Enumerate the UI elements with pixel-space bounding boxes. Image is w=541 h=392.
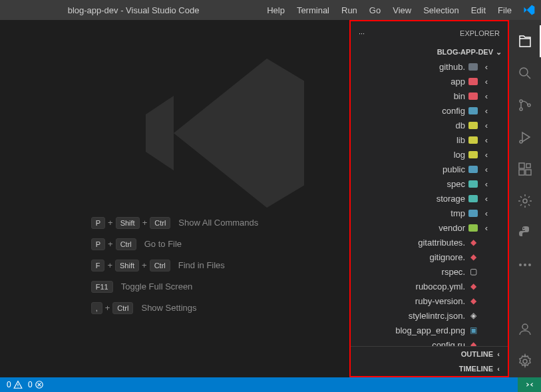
menu-go[interactable]: Go <box>364 3 386 18</box>
image-icon: ▣ <box>468 325 478 335</box>
tree-item-lib[interactable]: ›lib <box>351 132 502 147</box>
ruby-icon: ◆ <box>468 295 478 306</box>
debug-icon[interactable] <box>509 121 541 153</box>
tree-item-config[interactable]: ›config <box>351 103 502 118</box>
tree-item-vendor[interactable]: ›vendor <box>351 220 502 235</box>
tree-label: lib <box>456 135 465 145</box>
folder-icon <box>468 120 478 130</box>
tree-item-rspec[interactable]: ▢.rspec <box>351 264 502 279</box>
menu-edit[interactable]: Edit <box>466 3 491 18</box>
shortcut-settings: Show Settings Ctrl+, <box>91 302 197 314</box>
status-errors[interactable]: 0 <box>28 380 44 390</box>
svg-point-0 <box>520 68 528 76</box>
tree-item-storage[interactable]: ›storage <box>351 191 502 206</box>
folder-icon <box>468 61 478 72</box>
tree-item-bin[interactable]: ›bin <box>351 89 502 103</box>
tree-item-db[interactable]: ›db <box>351 118 502 132</box>
menu-help[interactable]: Help <box>262 3 290 18</box>
tree-label: config.ru <box>432 340 465 347</box>
tree-item-blog_app_erdpng[interactable]: ▣blog_app_erd.png <box>351 323 502 337</box>
shortcut-findfiles: Find in Files Ctrl+Shift+F <box>91 260 225 272</box>
git-icon: ◆ <box>468 237 478 248</box>
keyboard-key: P <box>91 238 105 250</box>
tree-item-configru[interactable]: ◆config.ru <box>351 337 502 346</box>
tree-item-public[interactable]: ›public <box>351 162 502 176</box>
folder-root[interactable]: ⌄ BLOG-APP-DEV <box>351 45 508 59</box>
svg-point-12 <box>528 264 531 266</box>
more-icon[interactable] <box>509 249 541 281</box>
folder-name: BLOG-APP-DEV <box>437 48 493 56</box>
vscode-watermark-icon <box>136 40 323 226</box>
keyboard-key: Ctrl <box>116 238 136 250</box>
activitybar <box>509 20 541 377</box>
tree-item-rubocopyml[interactable]: ◆.rubocop.yml <box>351 279 502 294</box>
menu-view[interactable]: View <box>387 3 417 18</box>
tree-item-github[interactable]: ›.github <box>351 59 502 74</box>
tree-label: app <box>451 77 465 87</box>
status-warnings[interactable]: 0 <box>7 380 23 390</box>
outline-section[interactable]: ›OUTLINE <box>351 347 508 361</box>
svg-point-4 <box>520 140 522 143</box>
explorer-icon[interactable] <box>509 25 541 57</box>
tree-item-tmp[interactable]: ›tmp <box>351 206 502 220</box>
svg-point-14 <box>523 359 527 363</box>
folder-icon <box>468 208 478 218</box>
chevron-down-icon: ⌄ <box>493 48 504 57</box>
svg-point-1 <box>520 100 522 102</box>
svg-point-11 <box>524 264 526 266</box>
tree-item-app[interactable]: ›app <box>351 74 502 89</box>
menubar: File Edit Selection View Go Run Terminal… <box>262 3 517 18</box>
menu-run[interactable]: Run <box>336 3 363 18</box>
keyboard-key: F11 <box>91 281 113 293</box>
keyboard-key: Shift <box>115 260 139 272</box>
tree-item-spec[interactable]: ›spec <box>351 176 502 191</box>
menu-terminal[interactable]: Terminal <box>291 3 335 18</box>
tree-item-log[interactable]: ›log <box>351 147 502 162</box>
ruby-icon: ◆ <box>468 281 478 292</box>
chevron-right-icon: › <box>481 223 492 233</box>
shortcut-fullscreen: Toggle Full Screen F11 <box>91 281 193 293</box>
chevron-right-icon: › <box>481 135 492 145</box>
source-control-icon[interactable] <box>509 89 541 121</box>
menu-file[interactable]: File <box>492 3 517 18</box>
explorer-sidebar: EXPLORER ··· ⌄ BLOG-APP-DEV ›.github›app… <box>349 20 509 377</box>
python-icon[interactable] <box>509 217 541 249</box>
remote-indicator[interactable] <box>518 377 541 392</box>
folder-icon <box>468 76 478 87</box>
chevron-right-icon: › <box>481 194 492 204</box>
keyboard-key: F <box>91 260 105 272</box>
tree-label: bin <box>454 91 465 101</box>
settings-icon[interactable] <box>509 345 541 377</box>
tree-item-gitattributes[interactable]: ◆.gitattributes <box>351 235 502 250</box>
menu-selection[interactable]: Selection <box>418 3 464 18</box>
remote-icon[interactable] <box>509 185 541 217</box>
svg-rect-5 <box>519 163 524 168</box>
folder-icon <box>468 178 478 189</box>
tree-label: .rspec <box>442 267 465 277</box>
file-tree: ›.github›app›bin›config›db›lib›log›publi… <box>351 59 508 346</box>
chevron-right-icon: › <box>481 150 492 160</box>
account-icon[interactable] <box>509 313 541 345</box>
titlebar: File Edit Selection View Go Run Terminal… <box>0 0 541 20</box>
tree-item-gitignore[interactable]: ◆.gitignore <box>351 250 502 264</box>
svg-point-10 <box>519 264 522 266</box>
tree-label: tmp <box>451 208 465 218</box>
tree-label: public <box>443 164 465 174</box>
tree-label: log <box>454 150 465 160</box>
chevron-right-icon: › <box>481 164 492 174</box>
extensions-icon[interactable] <box>509 153 541 185</box>
timeline-section[interactable]: ›TIMELINE <box>351 361 508 376</box>
chevron-right-icon: › <box>481 62 492 72</box>
explorer-more-icon[interactable]: ··· <box>359 29 365 37</box>
stylelint-icon: ◈ <box>468 310 478 321</box>
tree-item-ruby-version[interactable]: ◆.ruby-version <box>351 294 502 308</box>
svg-rect-7 <box>526 170 531 175</box>
chevron-right-icon: › <box>481 179 492 189</box>
keyboard-key: Ctrl <box>150 260 170 272</box>
svg-rect-6 <box>519 170 524 175</box>
search-icon[interactable] <box>509 57 541 89</box>
tree-item-stylelintrcjson[interactable]: ◈.stylelintrc.json <box>351 308 502 323</box>
explorer-header: EXPLORER ··· <box>351 21 508 45</box>
explorer-title: EXPLORER <box>460 29 500 37</box>
keyboard-key: , <box>91 302 102 314</box>
